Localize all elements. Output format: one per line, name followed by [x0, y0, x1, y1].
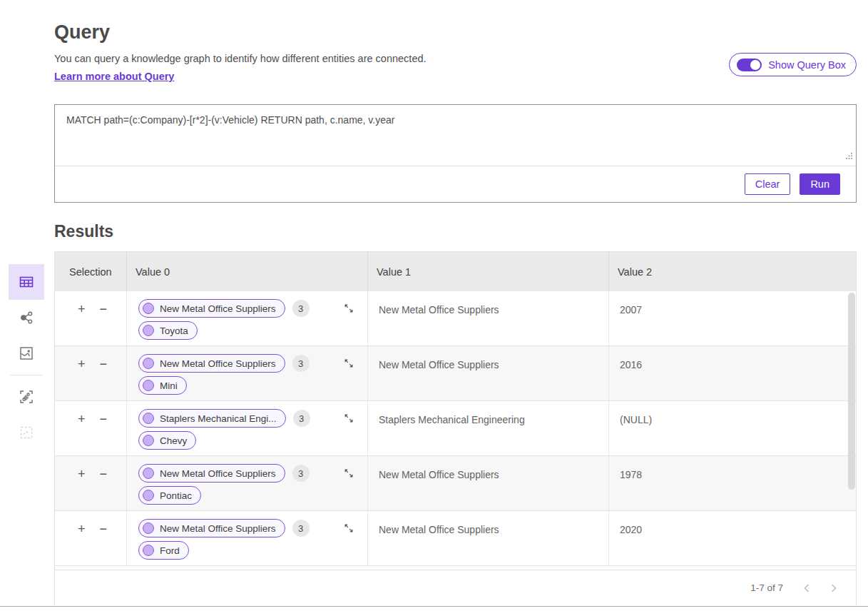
- entity-pill-label: Toyota: [160, 325, 188, 336]
- node-icon: [143, 435, 154, 446]
- table-row: + − Staplers Mechanical Engi... 3: [55, 401, 856, 456]
- link-chart-icon: [19, 310, 34, 325]
- expand-path-button[interactable]: [343, 413, 354, 424]
- entity-pill[interactable]: New Metal Office Suppliers: [138, 354, 285, 373]
- sidebar-item-map-link-chart-view[interactable]: [9, 379, 44, 415]
- path-line-1: New Metal Office Suppliers 3: [138, 519, 354, 537]
- learn-more-link[interactable]: Learn more about Query: [54, 71, 174, 82]
- entity-pill[interactable]: New Metal Office Suppliers: [138, 464, 285, 483]
- scrollbar-thumb[interactable]: [848, 293, 855, 490]
- entity-pill-label: New Metal Office Suppliers: [160, 358, 276, 369]
- node-icon: [143, 413, 154, 424]
- path-line-1: New Metal Office Suppliers 3: [138, 464, 354, 483]
- table-scrollbar: [847, 291, 856, 570]
- run-button[interactable]: Run: [800, 173, 840, 195]
- selection-cell: + −: [55, 511, 126, 565]
- expand-icon: [343, 522, 354, 534]
- add-selection-button[interactable]: +: [78, 358, 86, 370]
- entity-pill[interactable]: New Metal Office Suppliers: [138, 519, 285, 537]
- table-row: + − New Metal Office Suppliers 3: [55, 511, 856, 566]
- path-line-1: New Metal Office Suppliers 3: [138, 354, 354, 373]
- entity-pill[interactable]: Ford: [138, 541, 189, 560]
- pagination-next-button[interactable]: [830, 583, 837, 593]
- intro-row: You can query a knowledge graph to ident…: [54, 53, 857, 83]
- entity-pill-label: Ford: [160, 545, 180, 556]
- selection-cell: + −: [55, 346, 126, 400]
- node-icon: [143, 545, 154, 556]
- table-row: + − New Metal Office Suppliers 3: [55, 346, 856, 401]
- expand-path-button[interactable]: [343, 303, 354, 314]
- node-icon: [143, 490, 154, 501]
- query-editor-area: MATCH path=(c:Company)-[r*2]-(v:Vehicle)…: [55, 105, 856, 166]
- pagination-prev-button[interactable]: [803, 583, 810, 593]
- toggle-switch-icon: [737, 59, 762, 71]
- entity-pill[interactable]: Chevy: [138, 431, 196, 450]
- path-line-2: Ford: [138, 541, 354, 560]
- table-header: Selection Value 0 Value 1 Value 2: [55, 252, 856, 291]
- path-cell: New Metal Office Suppliers 3 Mini: [126, 346, 367, 400]
- chevron-left-icon: [803, 583, 810, 593]
- selection-cell: + −: [55, 401, 126, 455]
- node-icon: [143, 468, 154, 479]
- add-selection-button[interactable]: +: [78, 522, 86, 535]
- page-bottom-divider: [0, 606, 868, 607]
- value2-cell: 1978: [608, 456, 856, 510]
- value2-cell: 2007: [608, 291, 856, 345]
- toggle-label: Show Query Box: [768, 59, 846, 71]
- value1-cell: New Metal Office Suppliers: [367, 291, 608, 345]
- entity-pill-label: New Metal Office Suppliers: [160, 523, 276, 534]
- pagination-label: 1-7 of 7: [750, 582, 783, 593]
- expand-icon: [343, 468, 354, 479]
- clear-button[interactable]: Clear: [745, 173, 791, 195]
- remove-selection-button[interactable]: −: [100, 468, 108, 480]
- remove-selection-button[interactable]: −: [100, 413, 108, 425]
- path-cell: New Metal Office Suppliers 3 Ford: [126, 511, 367, 565]
- value2-cell: 2016: [608, 346, 856, 400]
- remove-selection-button[interactable]: −: [100, 358, 108, 370]
- entity-pill[interactable]: Pontiac: [138, 486, 201, 505]
- entity-pill[interactable]: Staplers Mechanical Engi...: [138, 409, 286, 428]
- path-line-2: Mini: [138, 376, 354, 395]
- expand-path-button[interactable]: [343, 468, 354, 479]
- add-selection-button[interactable]: +: [78, 413, 86, 425]
- node-icon: [143, 303, 154, 314]
- results-title: Results: [54, 222, 857, 241]
- entity-pill[interactable]: Toyota: [138, 321, 198, 340]
- entity-pill[interactable]: Mini: [138, 376, 187, 395]
- show-query-box-toggle[interactable]: Show Query Box: [729, 53, 857, 76]
- path-count-badge: 3: [292, 520, 310, 537]
- sidebar-item-map-view[interactable]: [9, 335, 44, 371]
- sidebar-item-table-view[interactable]: [9, 264, 44, 300]
- entity-pill-label: New Metal Office Suppliers: [160, 303, 276, 314]
- expand-icon: [343, 358, 354, 369]
- remove-selection-button[interactable]: −: [100, 522, 108, 535]
- expand-path-button[interactable]: [343, 358, 354, 369]
- selection-cell: + −: [55, 291, 126, 345]
- map-link-chart-icon: [19, 389, 34, 405]
- chevron-right-icon: [830, 583, 837, 593]
- value1-cell: New Metal Office Suppliers: [367, 456, 608, 510]
- table-icon: [19, 274, 34, 290]
- table-body: + − New Metal Office Suppliers 3: [55, 291, 856, 570]
- column-header-value1: Value 1: [367, 252, 608, 291]
- query-input[interactable]: MATCH path=(c:Company)-[r*2]-(v:Vehicle)…: [55, 105, 856, 166]
- path-line-1: New Metal Office Suppliers 3: [138, 299, 354, 318]
- page-title: Query: [54, 21, 857, 44]
- expand-path-button[interactable]: [343, 522, 354, 534]
- path-cell: New Metal Office Suppliers 3 Toyota: [126, 291, 367, 345]
- selection-cell: + −: [55, 456, 126, 510]
- expand-icon: [343, 413, 354, 424]
- table-row: + − New Metal Office Suppliers 3: [55, 291, 856, 346]
- layout-icon: [19, 425, 34, 440]
- remove-selection-button[interactable]: −: [100, 303, 108, 315]
- node-icon: [143, 380, 154, 391]
- add-selection-button[interactable]: +: [78, 468, 86, 480]
- column-header-value0: Value 0: [126, 252, 367, 291]
- query-box: MATCH path=(c:Company)-[r*2]-(v:Vehicle)…: [54, 104, 857, 203]
- add-selection-button[interactable]: +: [78, 303, 86, 315]
- entity-pill[interactable]: New Metal Office Suppliers: [138, 299, 285, 318]
- sidebar-item-link-chart-view[interactable]: [9, 300, 44, 335]
- map-icon: [19, 345, 34, 361]
- query-page: Query You can query a knowledge graph to…: [0, 0, 868, 611]
- sidebar-item-layout-view-disabled[interactable]: [9, 415, 44, 450]
